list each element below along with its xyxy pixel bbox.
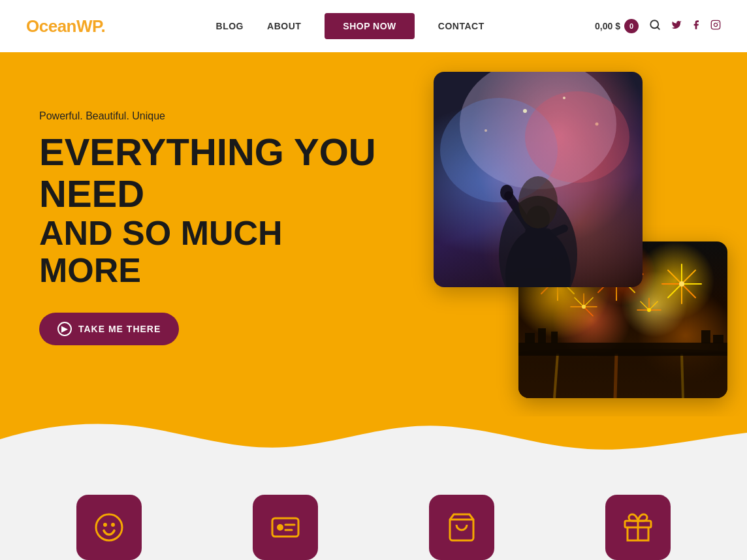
nav-contact[interactable]: CONTACT <box>438 21 485 31</box>
svg-point-16 <box>596 123 599 126</box>
svg-point-50 <box>582 305 586 309</box>
header-right: 0,00 $ 0 <box>595 19 721 33</box>
svg-rect-57 <box>518 352 727 398</box>
cta-label: TAKE ME THERE <box>78 324 161 334</box>
take-me-there-button[interactable]: ▶ TAKE ME THERE <box>39 313 179 345</box>
svg-point-56 <box>647 308 651 312</box>
svg-rect-65 <box>551 332 558 343</box>
feature-multi-purpose: Multi-Purpose Theme <box>27 495 191 560</box>
svg-rect-63 <box>525 333 535 343</box>
wave-svg <box>0 416 747 462</box>
features-grid: Multi-Purpose Theme Elementor Ready <box>27 495 720 560</box>
svg-point-13 <box>523 109 527 113</box>
svg-point-7 <box>505 228 571 287</box>
features-section: Multi-Purpose Theme Elementor Ready <box>0 462 747 560</box>
elementor-icon-box <box>253 495 318 560</box>
svg-point-5 <box>440 98 558 202</box>
hero-section: Powerful. Beautiful. Unique EVERYTHING Y… <box>0 52 747 416</box>
social-icons <box>671 20 721 33</box>
svg-line-36 <box>682 270 695 284</box>
svg-line-12 <box>541 228 564 238</box>
wave-divider <box>0 416 747 462</box>
svg-point-6 <box>525 91 629 183</box>
hero-subtitle: Powerful. Beautiful. Unique <box>39 110 379 122</box>
svg-point-70 <box>111 523 115 527</box>
circle-icon: ▶ <box>57 322 72 336</box>
svg-line-61 <box>682 354 683 398</box>
feature-ecommerce: E-Commerce Ready <box>380 495 543 560</box>
svg-line-1 <box>657 27 659 29</box>
smiley-icon <box>93 512 125 543</box>
svg-point-68 <box>96 514 122 540</box>
svg-rect-2 <box>711 20 720 29</box>
svg-point-72 <box>277 524 283 531</box>
svg-rect-64 <box>538 328 546 343</box>
feature-extras: Superb Extras <box>556 495 720 560</box>
cart-count: 0 <box>624 19 639 33</box>
svg-point-9 <box>526 206 550 232</box>
svg-rect-62 <box>518 343 727 356</box>
gift-icon <box>622 512 654 543</box>
hero-image-concert <box>434 72 643 287</box>
logo[interactable]: OceanWP. <box>26 16 105 37</box>
nav-blog[interactable]: BLOG <box>216 21 244 31</box>
feature-elementor: Elementor Ready <box>204 495 367 560</box>
svg-line-10 <box>509 196 535 235</box>
svg-rect-8 <box>525 228 551 268</box>
cart-area[interactable]: 0,00 $ 0 <box>595 19 639 33</box>
nav-about[interactable]: ABOUT <box>267 21 301 31</box>
shop-now-button[interactable]: SHOP NOW <box>325 13 415 39</box>
svg-point-69 <box>103 523 107 527</box>
multi-purpose-icon-box <box>76 495 142 560</box>
ecommerce-icon-box <box>429 495 494 560</box>
svg-rect-71 <box>272 518 298 537</box>
hero-title-line2: AND SO MUCH MORE <box>39 215 379 289</box>
main-nav: BLOG ABOUT SHOP NOW CONTACT <box>216 13 485 39</box>
cart-price: 0,00 $ <box>595 21 620 31</box>
svg-point-14 <box>563 97 565 99</box>
svg-point-43 <box>679 281 684 287</box>
hero-title: EVERYTHING YOU NEED AND SO MUCH MORE <box>39 131 379 289</box>
twitter-icon[interactable] <box>671 20 682 33</box>
header: OceanWP. BLOG ABOUT SHOP NOW CONTACT 0,0… <box>0 0 747 52</box>
svg-point-4 <box>460 72 616 189</box>
cart-icon <box>446 512 477 543</box>
facebook-icon[interactable] <box>691 20 701 33</box>
hero-title-line1: EVERYTHING YOU NEED <box>39 131 376 215</box>
svg-point-11 <box>500 185 513 200</box>
logo-dot: . <box>101 16 106 36</box>
instagram-icon[interactable] <box>710 20 721 33</box>
search-icon[interactable] <box>649 19 661 33</box>
id-card-icon <box>270 512 301 543</box>
svg-line-38 <box>682 284 695 298</box>
extras-icon-box <box>605 495 671 560</box>
svg-rect-66 <box>701 330 710 343</box>
svg-line-60 <box>615 354 616 398</box>
svg-line-42 <box>668 270 682 284</box>
hero-content: Powerful. Beautiful. Unique EVERYTHING Y… <box>39 110 379 345</box>
svg-line-40 <box>668 284 682 298</box>
svg-rect-67 <box>713 335 723 343</box>
concert-visual <box>434 72 643 287</box>
hero-images <box>421 72 727 398</box>
svg-point-15 <box>485 129 487 132</box>
logo-text: OceanWP <box>26 16 101 36</box>
